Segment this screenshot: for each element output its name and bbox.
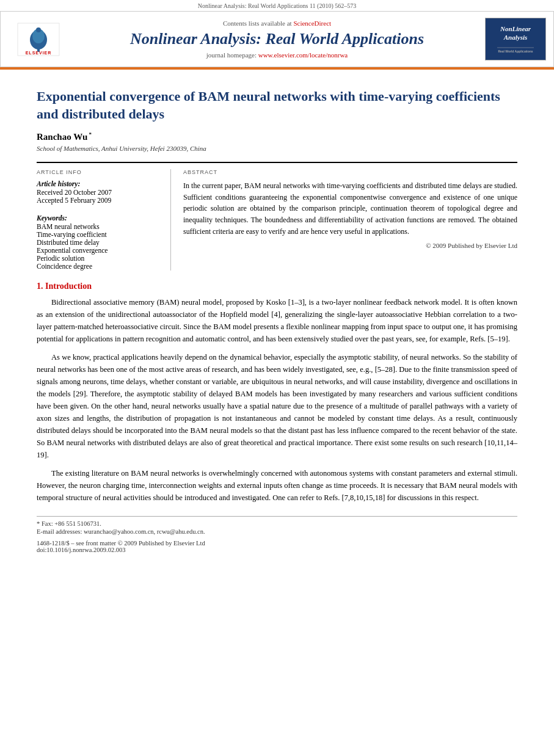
keyword-4: Exponential convergence (37, 247, 162, 254)
copyright-line: © 2009 Published by Elsevier Ltd (183, 242, 517, 249)
abstract-label: ABSTRACT (183, 169, 517, 175)
abstract-column: ABSTRACT In the current paper, BAM neura… (183, 169, 517, 271)
main-content: Exponential convergence of BAM neural ne… (0, 70, 554, 565)
abstract-text: In the current paper, BAM neural network… (183, 180, 517, 237)
citation-text: Nonlinear Analysis: Real World Applicati… (198, 2, 356, 9)
keywords-list: BAM neural networks Time-varying coeffic… (37, 223, 162, 270)
history-label: Article history: (37, 180, 162, 187)
nl-logo: NonLinear Analysis Real World Applicatio… (485, 18, 546, 60)
article-info-label: ARTICLE INFO (37, 169, 162, 175)
footnote-area: * Fax: +86 551 5106731. E-mail addresses… (37, 516, 517, 553)
nl-logo-decoration: Real World Applications (494, 42, 537, 54)
keyword-2: Time-varying coefficient (37, 231, 162, 238)
author-affiliation: School of Mathematics, Anhui University,… (37, 145, 517, 152)
author-name: Ranchao Wu * (37, 131, 517, 142)
elsevier-logo-area: ELSEVIER (8, 18, 75, 60)
sciencedirect-link[interactable]: ScienceDirect (293, 20, 331, 27)
section-1-heading: 1. Introduction (37, 282, 517, 291)
keyword-3: Distributed time delay (37, 239, 162, 246)
elsevier-logo: ELSEVIER (8, 18, 69, 60)
nl-logo-area: NonLinear Analysis Real World Applicatio… (479, 18, 546, 60)
issn-line: 1468-1218/$ – see front matter © 2009 Pu… (37, 540, 517, 547)
intro-para-3: The existing literature on BAM neural ne… (37, 467, 517, 504)
keyword-6: Coincidence degree (37, 263, 162, 270)
journal-center-info: Contents lists available at ScienceDirec… (75, 20, 479, 58)
footnote-email: E-mail addresses: wuranchao@yahoo.com.cn… (37, 528, 517, 535)
intro-para-2: As we know, practical applications heavi… (37, 351, 517, 461)
svg-point-4 (36, 27, 41, 32)
article-info-abstract-section: ARTICLE INFO Article history: Received 2… (37, 162, 517, 271)
footnote-fax: * Fax: +86 551 5106731. (37, 520, 517, 527)
accepted-date: Accepted 5 February 2009 (37, 197, 162, 204)
article-info-column: ARTICLE INFO Article history: Received 2… (37, 169, 171, 271)
journal-title: Nonlinear Analysis: Real World Applicati… (75, 29, 479, 48)
homepage-link[interactable]: www.elsevier.com/locate/nonrwa (258, 51, 348, 59)
journal-header: ELSEVIER Contents lists available at Sci… (0, 12, 554, 67)
intro-para-1: Bidirectional associative memory (BAM) n… (37, 296, 517, 345)
svg-text:ELSEVIER: ELSEVIER (26, 51, 52, 55)
contents-available-line: Contents lists available at ScienceDirec… (75, 20, 479, 27)
keyword-1: BAM neural networks (37, 223, 162, 230)
keyword-5: Periodic solution (37, 255, 162, 262)
paper-title: Exponential convergence of BAM neural ne… (37, 88, 517, 123)
keywords-label: Keywords: (37, 214, 162, 222)
homepage-line: journal homepage: www.elsevier.com/locat… (75, 51, 479, 59)
received-date: Received 20 October 2007 (37, 189, 162, 196)
svg-text:Real World Applications: Real World Applications (498, 49, 533, 53)
journal-citation-bar: Nonlinear Analysis: Real World Applicati… (0, 0, 554, 12)
elsevier-tree-icon: ELSEVIER (17, 23, 60, 56)
author-asterisk: * (87, 131, 92, 137)
doi-line: doi:10.1016/j.nonrwa.2009.02.003 (37, 547, 517, 553)
